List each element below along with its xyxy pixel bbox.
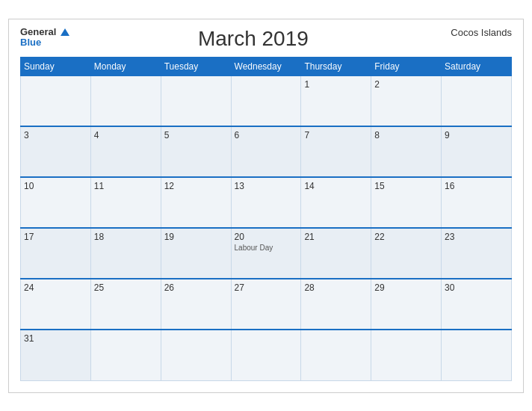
- day-number: 19: [164, 232, 228, 242]
- col-monday: Monday: [90, 57, 161, 75]
- weekday-header-row: Sunday Monday Tuesday Wednesday Thursday…: [21, 57, 512, 75]
- table-row: 11: [90, 177, 161, 228]
- table-row: 30: [442, 279, 512, 330]
- day-number: 26: [164, 282, 228, 293]
- day-number: 23: [445, 232, 508, 242]
- table-row: 22: [371, 228, 442, 279]
- table-row: [21, 75, 91, 126]
- day-number: 8: [374, 130, 438, 140]
- table-row: [231, 75, 301, 126]
- day-number: 6: [235, 130, 298, 140]
- table-row: 18: [90, 228, 161, 279]
- logo-general-text: General: [20, 26, 56, 37]
- day-number: 5: [164, 130, 228, 140]
- table-row: 10: [21, 177, 91, 228]
- table-row: 24: [21, 279, 91, 330]
- table-row: 4: [90, 126, 161, 177]
- day-number: 15: [374, 181, 438, 191]
- logo-blue-text: Blue: [20, 37, 41, 48]
- table-row: 14: [301, 177, 371, 228]
- table-row: [161, 75, 231, 126]
- col-sunday: Sunday: [21, 57, 91, 75]
- table-row: [161, 330, 231, 380]
- calendar-week-row: 24252627282930: [21, 279, 512, 330]
- table-row: [301, 330, 371, 380]
- table-row: 12: [161, 177, 231, 228]
- table-row: 15: [371, 177, 442, 228]
- table-row: [442, 75, 512, 126]
- day-number: 25: [94, 282, 158, 293]
- day-number: 1: [304, 79, 368, 90]
- table-row: 19: [161, 228, 231, 279]
- day-number: 28: [304, 282, 368, 293]
- table-row: 20Labour Day: [231, 228, 301, 279]
- day-number: 4: [94, 130, 158, 140]
- table-row: 31: [21, 330, 91, 380]
- day-number: 29: [374, 282, 438, 293]
- table-row: 9: [442, 126, 512, 177]
- holiday-label: Labour Day: [235, 244, 298, 252]
- table-row: [442, 330, 512, 380]
- col-tuesday: Tuesday: [161, 57, 231, 75]
- table-row: 27: [231, 279, 301, 330]
- day-number: 14: [304, 181, 368, 191]
- table-row: 3: [21, 126, 91, 177]
- day-number: 13: [235, 181, 298, 191]
- day-number: 31: [24, 333, 87, 344]
- table-row: 13: [231, 177, 301, 228]
- table-row: 21: [301, 228, 371, 279]
- day-number: 16: [445, 181, 508, 191]
- table-row: 25: [90, 279, 161, 330]
- table-row: 29: [371, 279, 442, 330]
- day-number: 7: [304, 130, 368, 140]
- calendar-week-row: 10111213141516: [21, 177, 512, 228]
- calendar-container: General Blue March 2019 Cocos Islands Su…: [8, 19, 524, 393]
- col-friday: Friday: [371, 57, 442, 75]
- logo: General Blue: [20, 27, 69, 49]
- logo-triangle-icon: [61, 28, 69, 36]
- logo-line1: General: [20, 27, 69, 37]
- table-row: 6: [231, 126, 301, 177]
- calendar-header: General Blue March 2019 Cocos Islands: [20, 27, 512, 51]
- table-row: 7: [301, 126, 371, 177]
- day-number: 20: [235, 232, 298, 242]
- calendar-week-row: 31: [21, 330, 512, 380]
- day-number: 11: [94, 181, 158, 191]
- table-row: 26: [161, 279, 231, 330]
- col-wednesday: Wednesday: [231, 57, 301, 75]
- day-number: 24: [24, 282, 87, 293]
- logo-line2: Blue: [20, 37, 69, 48]
- calendar-title: March 2019: [69, 27, 437, 51]
- day-number: 2: [374, 79, 438, 90]
- table-row: 28: [301, 279, 371, 330]
- table-row: 16: [442, 177, 512, 228]
- table-row: 1: [301, 75, 371, 126]
- table-row: 17: [21, 228, 91, 279]
- day-number: 21: [304, 232, 368, 242]
- day-number: 27: [235, 282, 298, 293]
- table-row: 5: [161, 126, 231, 177]
- calendar-week-row: 17181920Labour Day212223: [21, 228, 512, 279]
- day-number: 30: [445, 282, 508, 293]
- table-row: 8: [371, 126, 442, 177]
- day-number: 12: [164, 181, 228, 191]
- col-thursday: Thursday: [301, 57, 371, 75]
- table-row: 23: [442, 228, 512, 279]
- table-row: [371, 330, 442, 380]
- day-number: 10: [24, 181, 87, 191]
- table-row: 2: [371, 75, 442, 126]
- region-label: Cocos Islands: [437, 27, 512, 38]
- calendar-week-row: 12: [21, 75, 512, 126]
- table-row: [90, 75, 161, 126]
- day-number: 17: [24, 232, 87, 242]
- day-number: 3: [24, 130, 87, 140]
- table-row: [90, 330, 161, 380]
- calendar-table: Sunday Monday Tuesday Wednesday Thursday…: [20, 57, 512, 381]
- calendar-week-row: 3456789: [21, 126, 512, 177]
- day-number: 9: [445, 130, 508, 140]
- day-number: 18: [94, 232, 158, 242]
- day-number: 22: [374, 232, 438, 242]
- table-row: [231, 330, 301, 380]
- col-saturday: Saturday: [442, 57, 512, 75]
